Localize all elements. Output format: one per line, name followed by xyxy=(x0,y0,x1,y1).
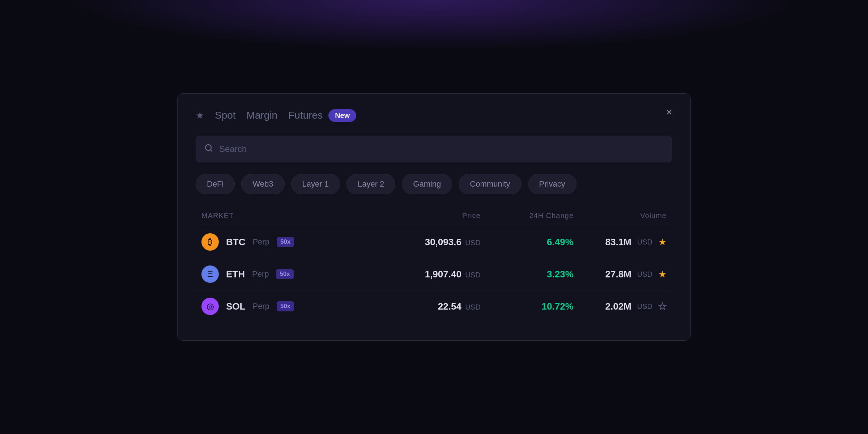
sol-volume-currency: USD xyxy=(637,302,652,311)
eth-leverage: 50x xyxy=(276,269,293,279)
btc-volume: 83.1M xyxy=(605,237,631,248)
btc-price-currency: USD xyxy=(465,239,480,247)
table-row-sol[interactable]: ◎ SOL Perp 50x 22.54 USD 10.72% 2.02M US… xyxy=(196,290,672,322)
sol-price: 22.54 xyxy=(438,301,461,312)
eth-price-cell: 1,907.40 USD xyxy=(387,269,480,280)
sol-leverage: 50x xyxy=(277,301,294,311)
category-web3[interactable]: Web3 xyxy=(241,174,284,194)
category-defi[interactable]: DeFi xyxy=(196,174,235,194)
market-table: MARKET Price 24H Change Volume ₿ BTC Per… xyxy=(196,212,672,322)
market-cell-btc: ₿ BTC Perp 50x xyxy=(201,233,387,251)
eth-name: ETH xyxy=(226,269,245,280)
eth-star-button[interactable]: ★ xyxy=(658,269,667,279)
table-row-eth[interactable]: Ξ ETH Perp 50x 1,907.40 USD 3.23% 27.8M … xyxy=(196,258,672,290)
btc-star-icon: ★ xyxy=(658,237,667,247)
eth-change: 3.23% xyxy=(547,269,574,280)
market-cell-eth: Ξ ETH Perp 50x xyxy=(201,265,387,283)
header-volume: Volume xyxy=(574,212,667,220)
eth-change-cell: 3.23% xyxy=(481,269,574,280)
eth-price: 1,907.40 xyxy=(425,269,461,280)
market-cell-sol: ◎ SOL Perp 50x xyxy=(201,298,387,315)
sol-change: 10.72% xyxy=(542,301,574,312)
eth-volume-cell: 27.8M USD ★ xyxy=(574,269,667,280)
close-button[interactable]: × xyxy=(666,107,672,118)
btc-change: 6.49% xyxy=(547,237,574,247)
eth-icon: Ξ xyxy=(201,265,219,283)
sol-volume-cell: 2.02M USD ★ xyxy=(574,301,667,312)
category-filter-group: DeFi Web3 Layer 1 Layer 2 Gaming Communi… xyxy=(196,174,672,194)
eth-volume-currency: USD xyxy=(637,270,652,278)
btc-price: 30,093.6 xyxy=(425,237,461,247)
sol-price-currency: USD xyxy=(465,303,480,311)
table-row-btc[interactable]: ₿ BTC Perp 50x 30,093.6 USD 6.49% 83.1M … xyxy=(196,226,672,258)
svg-line-1 xyxy=(210,150,212,151)
sol-star-icon: ★ xyxy=(658,301,667,312)
btc-volume-cell: 83.1M USD ★ xyxy=(574,237,667,248)
tab-futures[interactable]: Futures xyxy=(288,108,323,123)
search-icon xyxy=(204,144,213,154)
sol-name: SOL xyxy=(226,301,245,312)
sol-icon: ◎ xyxy=(201,298,219,315)
btc-star-button[interactable]: ★ xyxy=(658,237,667,247)
btc-change-cell: 6.49% xyxy=(481,237,574,248)
btc-name: BTC xyxy=(226,237,245,248)
eth-star-icon: ★ xyxy=(658,269,667,280)
modal-container: ★ Spot Margin Futures New × DeFi Web3 La… xyxy=(177,93,691,341)
category-privacy[interactable]: Privacy xyxy=(528,174,576,194)
category-layer2[interactable]: Layer 2 xyxy=(346,174,395,194)
sol-price-cell: 22.54 USD xyxy=(387,301,480,312)
category-gaming[interactable]: Gaming xyxy=(402,174,452,194)
sol-volume: 2.02M xyxy=(605,301,631,312)
favorites-star-icon[interactable]: ★ xyxy=(196,110,204,121)
futures-group: Futures New xyxy=(288,108,356,123)
sol-type: Perp xyxy=(252,302,269,311)
tab-margin[interactable]: Margin xyxy=(247,108,278,123)
btc-type: Perp xyxy=(252,237,269,247)
new-badge: New xyxy=(328,109,356,122)
btc-price-cell: 30,093.6 USD xyxy=(387,237,480,248)
tab-spot[interactable]: Spot xyxy=(215,108,236,123)
search-input[interactable] xyxy=(196,136,672,162)
header-change: 24H Change xyxy=(481,212,574,220)
search-container xyxy=(196,136,672,162)
btc-leverage: 50x xyxy=(277,237,294,247)
eth-price-currency: USD xyxy=(465,271,480,279)
eth-type: Perp xyxy=(252,269,269,279)
btc-icon: ₿ xyxy=(201,233,219,251)
category-community[interactable]: Community xyxy=(459,174,521,194)
table-header-row: MARKET Price 24H Change Volume xyxy=(196,212,672,220)
btc-volume-currency: USD xyxy=(637,238,652,246)
background-glow xyxy=(0,0,868,72)
sol-change-cell: 10.72% xyxy=(481,301,574,312)
eth-volume: 27.8M xyxy=(605,269,631,280)
modal-header: ★ Spot Margin Futures New xyxy=(196,108,672,123)
category-layer1[interactable]: Layer 1 xyxy=(291,174,340,194)
sol-star-button[interactable]: ★ xyxy=(658,302,667,311)
header-price: Price xyxy=(387,212,480,220)
header-market: MARKET xyxy=(201,212,387,220)
